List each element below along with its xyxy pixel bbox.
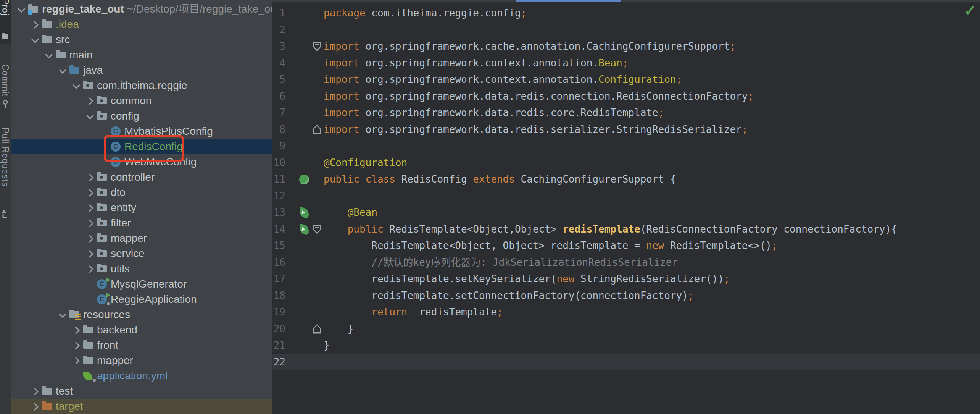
spring-bean-gutter-icon[interactable]: [299, 175, 309, 184]
tree-item-reggie_take_out[interactable]: reggie_take_out ~/Desktop/项目/reggie_take…: [11, 2, 272, 17]
code-line-16[interactable]: 16 //默认的key序列化器为: JdkSerializationRedisS…: [272, 254, 980, 271]
chevron-right-icon[interactable]: [84, 170, 97, 185]
code-line-21[interactable]: 21}: [272, 337, 980, 354]
tree-item-application.yml[interactable]: application.yml: [11, 368, 272, 383]
tree-item-.idea[interactable]: .idea: [11, 17, 272, 32]
line-number: 7: [272, 105, 285, 121]
chevron-right-icon[interactable]: [84, 246, 97, 261]
package-icon: [97, 200, 108, 215]
code-line-3[interactable]: 3import org.springframework.cache.annota…: [272, 38, 980, 55]
code-text: RedisTemplate<Object, Object> redisTempl…: [324, 238, 778, 254]
code-line-12[interactable]: 12: [272, 188, 980, 205]
chevron-right-icon[interactable]: [84, 200, 97, 215]
java-sources-folder-icon: [69, 63, 81, 78]
tree-item-backend[interactable]: backend: [11, 322, 272, 338]
code-line-7[interactable]: 7import org.springframework.data.redis.c…: [272, 105, 980, 121]
code-line-6[interactable]: 6import org.springframework.data.redis.c…: [272, 88, 980, 105]
code-line-17[interactable]: 17 redisTemplate.setKeySerializer(new St…: [272, 271, 980, 288]
chevron-right-icon[interactable]: [29, 383, 42, 399]
chevron-right-icon[interactable]: [70, 353, 83, 368]
tree-item-controller[interactable]: controller: [11, 170, 272, 185]
chevron-down-icon[interactable]: [56, 307, 69, 322]
tree-item-utils[interactable]: utils: [11, 261, 272, 277]
tree-item-dto[interactable]: dto: [11, 185, 272, 200]
code-line-8[interactable]: 8import org.springframework.data.redis.s…: [272, 121, 980, 138]
code-line-18[interactable]: 18 redisTemplate.setConnectionFactory(co…: [272, 288, 980, 304]
line-number: 17: [272, 271, 285, 287]
fold-end-icon[interactable]: [313, 125, 321, 134]
tree-item-front[interactable]: front: [11, 338, 272, 353]
tree-item-main[interactable]: main: [11, 47, 272, 63]
code-line-15[interactable]: 15 RedisTemplate<Object, Object> redisTe…: [272, 238, 980, 254]
tree-item-src[interactable]: src: [11, 32, 272, 47]
tree-item-label: application.yml: [97, 368, 168, 383]
package-icon: [97, 261, 108, 277]
tree-item-mapper[interactable]: mapper: [11, 231, 272, 246]
tree-item-target[interactable]: target: [11, 399, 272, 414]
code-text: public class RedisConfig extends Caching…: [324, 171, 676, 188]
chevron-down-icon[interactable]: [56, 63, 69, 78]
code-line-20[interactable]: 20 }: [272, 321, 980, 338]
chevron-right-icon[interactable]: [84, 93, 97, 108]
chevron-down-icon[interactable]: [43, 47, 56, 63]
package-icon: [97, 185, 108, 200]
tree-item-resources[interactable]: resources: [11, 307, 272, 322]
package-icon: [97, 215, 108, 231]
fold-collapse-icon[interactable]: [313, 42, 321, 51]
tree-item-com.itheima.reggie[interactable]: com.itheima.reggie: [11, 78, 272, 93]
code-line-5[interactable]: 5import org.springframework.context.anno…: [272, 71, 980, 88]
tree-item-config[interactable]: config: [11, 108, 272, 124]
code-line-10[interactable]: 10@Configuration: [272, 155, 980, 171]
chevron-right-icon[interactable]: [84, 185, 97, 200]
tree-item-label: service: [111, 246, 145, 261]
code-line-1[interactable]: 1package com.itheima.reggie.config;: [272, 5, 980, 22]
code-line-4[interactable]: 4import org.springframework.context.anno…: [272, 55, 980, 72]
code-line-13[interactable]: 13 @Bean: [272, 204, 980, 221]
tree-item-label: java: [83, 63, 103, 78]
tree-item-test[interactable]: test: [11, 383, 272, 399]
spring-leaf-gutter-icon[interactable]: [298, 223, 310, 235]
code-line-22[interactable]: 22: [272, 354, 980, 371]
line-number: 3: [272, 38, 285, 55]
code-line-2[interactable]: 2: [272, 22, 980, 39]
inspections-ok-icon[interactable]: ✓: [964, 2, 976, 19]
chevron-right-icon[interactable]: [70, 338, 83, 353]
spring-leaf-gutter-icon[interactable]: [298, 207, 310, 218]
line-number: 1: [272, 5, 285, 21]
tree-item-label: com.itheima.reggie: [97, 78, 187, 93]
editor[interactable]: 1package com.itheima.reggie.config;23imp…: [272, 0, 980, 414]
tool-tab-project[interactable]: Proj: [0, 0, 11, 44]
code-text: import org.springframework.data.redis.co…: [324, 105, 664, 121]
chevron-down-icon[interactable]: [70, 78, 83, 93]
chevron-right-icon[interactable]: [29, 17, 42, 32]
fold-collapse-icon[interactable]: [313, 225, 321, 234]
code-text: import org.springframework.data.redis.se…: [324, 121, 748, 138]
tree-item-MysqlGenerator[interactable]: CMysqlGenerator: [11, 277, 272, 292]
tree-item-ReggieApplication[interactable]: CReggieApplication: [11, 292, 272, 307]
project-folder-icon: [2, 34, 8, 39]
code-line-19[interactable]: 19 return redisTemplate;: [272, 304, 980, 321]
tree-item-filter[interactable]: filter: [11, 215, 272, 231]
fold-end-icon[interactable]: [313, 324, 321, 334]
chevron-down-icon[interactable]: [15, 2, 28, 17]
code-line-14[interactable]: 14 public RedisTemplate<Object,Object> r…: [272, 221, 980, 238]
chevron-right-icon[interactable]: [84, 231, 97, 246]
chevron-down-icon[interactable]: [84, 108, 97, 124]
tree-item-entity[interactable]: entity: [11, 200, 272, 215]
chevron-right-icon[interactable]: [70, 322, 83, 338]
chevron-right-icon[interactable]: [84, 261, 97, 277]
chevron-right-icon[interactable]: [84, 215, 97, 231]
tree-item-label: reggie_take_out ~/Desktop/项目/reggie_take…: [42, 2, 272, 17]
code-line-9[interactable]: 9: [272, 138, 980, 155]
chevron-right-icon[interactable]: [29, 399, 42, 414]
tree-item-mapper[interactable]: mapper: [11, 353, 272, 368]
tree-item-java[interactable]: java: [11, 63, 272, 78]
chevron-down-icon[interactable]: [29, 32, 42, 47]
tree-item-common[interactable]: common: [11, 93, 272, 108]
commit-icon: [1, 99, 10, 108]
line-number: 16: [272, 254, 285, 271]
tree-item-service[interactable]: service: [11, 246, 272, 261]
code-line-11[interactable]: 11public class RedisConfig extends Cachi…: [272, 171, 980, 188]
line-number: 19: [272, 304, 285, 320]
line-number: 10: [272, 155, 285, 171]
